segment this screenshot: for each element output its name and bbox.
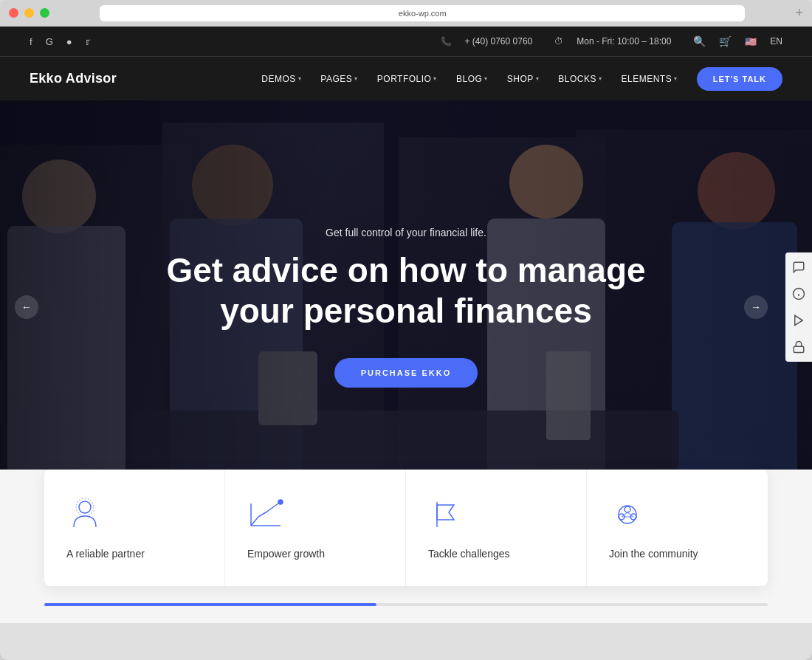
url-text: ekko-wp.com [399, 9, 447, 18]
side-panel [785, 252, 812, 362]
nav-blocks[interactable]: BLOCKS ▾ [551, 69, 609, 89]
feature-title-1: A reliable partner [66, 548, 145, 560]
features-section: A reliable partner Empower growth [0, 470, 812, 586]
prev-slide-button[interactable]: ← [15, 295, 38, 319]
address-bar[interactable]: ekko-wp.com [100, 5, 745, 21]
chevron-down-icon: ▾ [674, 75, 678, 82]
chevron-down-icon: ▾ [354, 75, 358, 82]
facebook-icon[interactable]: f [30, 36, 32, 47]
feature-card-2: Empower growth [225, 470, 406, 586]
chart-icon [247, 496, 284, 533]
svg-rect-4 [794, 346, 804, 352]
bottom-bar [0, 586, 812, 623]
clock-icon: ⏱ [554, 36, 563, 47]
hours-text: Mon - Fri: 10:00 – 18:00 [577, 36, 671, 47]
browser-content: f G ● 𝕣 📞 + (40) 0760 0760 ⏱ Mon - Fri: … [0, 27, 812, 660]
nav-blog[interactable]: BLOG ▾ [449, 69, 495, 89]
flag-icon: 🇺🇸 [745, 36, 757, 47]
next-slide-button[interactable]: → [744, 295, 768, 319]
chat-icon[interactable] [790, 258, 808, 276]
search-icon[interactable]: 🔍 [693, 35, 706, 47]
chevron-down-icon: ▾ [536, 75, 540, 82]
nav-pages[interactable]: PAGES ▾ [313, 69, 365, 89]
feature-card-1: A reliable partner [44, 470, 225, 586]
nav-shop[interactable]: SHOP ▾ [500, 69, 547, 89]
chevron-down-icon: ▾ [484, 75, 488, 82]
svg-marker-3 [795, 315, 803, 326]
browser-titlebar: ekko-wp.com + [0, 0, 812, 27]
close-button[interactable] [9, 8, 18, 18]
hero-title: Get advice on how to manage your persona… [166, 250, 645, 331]
nav-portfolio[interactable]: PORTFOLIO ▾ [370, 69, 444, 89]
contact-info: 📞 + (40) 0760 0760 ⏱ Mon - Fri: 10:00 – … [441, 35, 783, 47]
community-icon [609, 496, 646, 533]
svg-point-9 [619, 506, 636, 523]
cart-icon[interactable]: 🛒 [719, 35, 732, 47]
play-icon[interactable] [790, 312, 808, 329]
hero-subtitle: Get full control of your financial life. [326, 227, 486, 238]
chevron-down-icon: ▾ [433, 75, 437, 82]
progress-track [376, 603, 768, 606]
top-bar: f G ● 𝕣 📞 + (40) 0760 0760 ⏱ Mon - Fri: … [0, 27, 812, 56]
svg-point-10 [625, 506, 630, 512]
nav-elements[interactable]: ELEMENTS ▾ [614, 69, 685, 89]
phone-number: + (40) 0760 0760 [465, 36, 533, 47]
feature-title-4: Join the community [609, 548, 698, 560]
social-links: f G ● 𝕣 [30, 36, 90, 47]
feature-card-4: Join the community [587, 470, 768, 586]
lock-icon[interactable] [790, 338, 808, 356]
language-label[interactable]: EN [770, 36, 782, 47]
feature-card-3: Tackle challenges [406, 470, 587, 586]
minimize-button[interactable] [24, 8, 34, 18]
nav-menu: DEMOS ▾ PAGES ▾ PORTFOLIO ▾ BLOG ▾ SHOP [254, 67, 782, 91]
person-icon [66, 496, 103, 533]
nav-demos[interactable]: DEMOS ▾ [254, 69, 309, 89]
hero-content: Get full control of your financial life.… [0, 100, 812, 514]
progress-bar [44, 603, 376, 606]
hero-section: Get full control of your financial life.… [0, 100, 812, 514]
purchase-button[interactable]: PURCHASE EKKO [334, 358, 478, 388]
chevron-down-icon: ▾ [298, 75, 302, 82]
svg-point-5 [79, 501, 91, 513]
twitter-icon[interactable]: 𝕣 [86, 36, 90, 47]
svg-point-7 [278, 500, 283, 504]
info-icon[interactable] [790, 285, 808, 303]
chevron-down-icon: ▾ [599, 75, 602, 82]
feature-title-3: Tackle challenges [428, 548, 510, 560]
new-tab-button[interactable]: + [795, 5, 803, 21]
lets-talk-button[interactable]: LET'S TALK [697, 67, 782, 91]
phone-icon: 📞 [441, 36, 452, 47]
flag-icon [428, 496, 465, 533]
brand-name[interactable]: Ekko Advisor [30, 71, 117, 86]
navbar: Ekko Advisor DEMOS ▾ PAGES ▾ PORTFOLIO ▾… [0, 56, 812, 100]
features-cards: A reliable partner Empower growth [44, 470, 768, 586]
browser-window: ekko-wp.com + f G ● 𝕣 📞 + (40) 0760 0760… [0, 0, 812, 660]
feature-title-2: Empower growth [247, 548, 325, 560]
instagram-icon[interactable]: ● [66, 36, 72, 47]
google-icon[interactable]: G [46, 36, 53, 47]
maximize-button[interactable] [40, 8, 49, 18]
